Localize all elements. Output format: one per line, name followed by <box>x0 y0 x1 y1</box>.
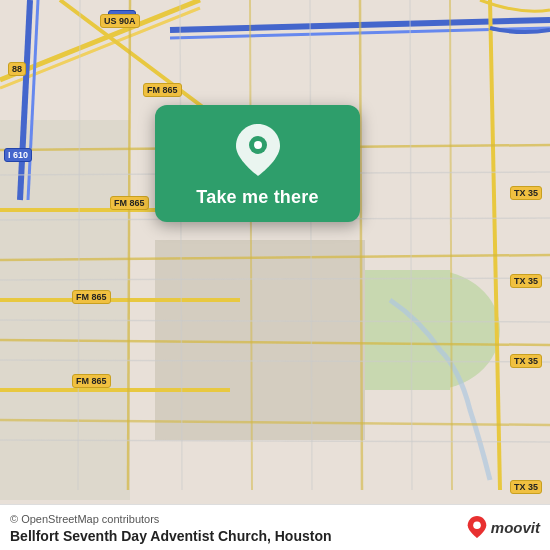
badge-us90a: US 90A <box>100 14 140 28</box>
badge-tx35-4: TX 35 <box>510 480 542 494</box>
badge-fm865-1: FM 865 <box>143 83 182 97</box>
place-name: Bellfort Seventh Day Adventist Church, H… <box>10 528 540 544</box>
take-me-card[interactable]: Take me there <box>155 105 360 222</box>
badge-tx35-1: TX 35 <box>510 186 542 200</box>
svg-point-8 <box>254 141 262 149</box>
svg-rect-6 <box>155 240 365 440</box>
moovit-text: moovit <box>491 519 540 536</box>
osm-credit: © OpenStreetMap contributors <box>10 513 540 525</box>
badge-fm865-4: FM 865 <box>72 374 111 388</box>
badge-tx35-2: TX 35 <box>510 274 542 288</box>
badge-i610-left: I 610 <box>4 148 32 162</box>
badge-r88: 88 <box>8 62 26 76</box>
badge-tx35-3: TX 35 <box>510 354 542 368</box>
badge-fm865-2: FM 865 <box>110 196 149 210</box>
take-me-label: Take me there <box>196 187 318 208</box>
location-pin-icon <box>231 123 285 177</box>
svg-rect-5 <box>0 320 130 500</box>
map-container: I 610 I 610 US 90A 88 FM 865 FM 865 FM 8… <box>0 0 550 550</box>
moovit-pin-icon <box>466 516 488 538</box>
badge-fm865-3: FM 865 <box>72 290 111 304</box>
moovit-logo: moovit <box>466 516 540 538</box>
map-roads <box>0 0 550 550</box>
svg-point-9 <box>473 522 481 530</box>
